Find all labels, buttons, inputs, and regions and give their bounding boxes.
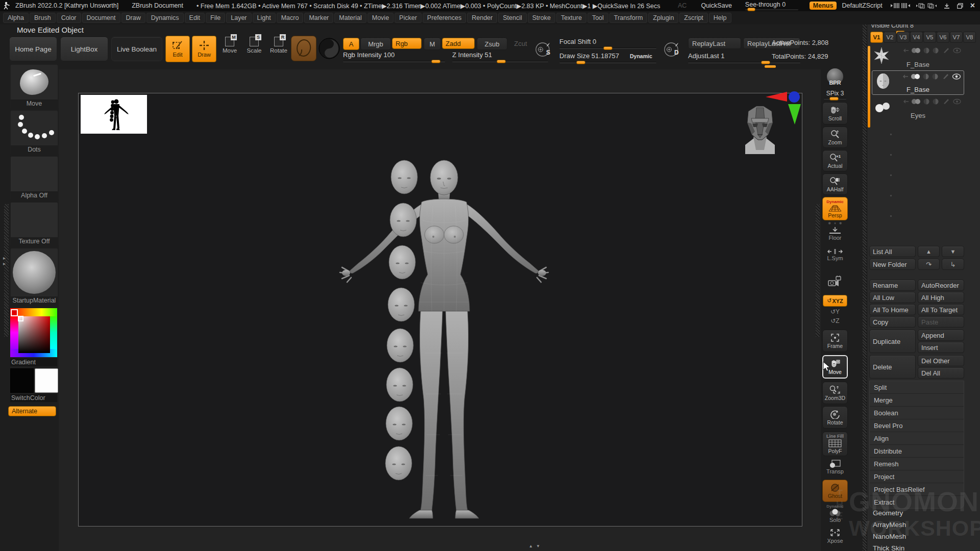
- variant-tab[interactable]: V4: [910, 32, 923, 43]
- floor-button[interactable]: Floor: [822, 227, 848, 241]
- operation-row[interactable]: Distribute: [870, 445, 964, 458]
- menu-item[interactable]: Zplugin: [648, 13, 678, 23]
- append-button[interactable]: Append: [918, 330, 964, 341]
- menus-button[interactable]: Menus: [810, 2, 837, 10]
- subpalette-header[interactable]: Thick Skin: [873, 543, 906, 551]
- subtool-row-fbase-star[interactable]: F_Base: [872, 45, 964, 69]
- model-sculpt[interactable]: [322, 149, 567, 527]
- all-high-button[interactable]: All High: [918, 292, 964, 303]
- menu-item[interactable]: Alpha: [3, 13, 29, 23]
- variant-tab[interactable]: V7: [950, 32, 963, 43]
- stroke-preview[interactable]: [318, 38, 340, 59]
- menu-item[interactable]: Stroke: [528, 13, 555, 23]
- operation-row[interactable]: Project: [870, 470, 964, 483]
- actual-button[interactable]: ×1 Actual: [822, 150, 848, 171]
- left-tray-divider[interactable]: [4, 204, 9, 337]
- menu-item[interactable]: Material: [334, 13, 366, 23]
- replay-last-button[interactable]: ReplayLast: [688, 38, 741, 49]
- rotate-gizmo-button[interactable]: R Rotate: [267, 37, 290, 54]
- lightbox-button[interactable]: LightBox: [60, 37, 108, 61]
- subtool-row-icons[interactable]: [903, 47, 962, 54]
- focal-shift-slider[interactable]: Focal Shift 0: [559, 38, 656, 49]
- menu-item[interactable]: Draw: [121, 13, 145, 23]
- rotate-y-button[interactable]: ↺Y: [822, 308, 848, 315]
- menu-item[interactable]: Tool: [587, 13, 608, 23]
- mrgb-button[interactable]: Mrgb: [360, 38, 391, 50]
- tray-divider-left-icon[interactable]: [891, 3, 910, 9]
- subpalette-header[interactable]: NanoMesh: [873, 532, 906, 541]
- hue-strip-right[interactable]: [49, 316, 57, 349]
- move-gizmo-button[interactable]: M Move: [218, 37, 241, 54]
- operation-row[interactable]: Extract: [870, 496, 964, 508]
- variant-tab[interactable]: V2: [884, 32, 896, 43]
- menu-item[interactable]: Edit: [185, 13, 205, 23]
- a-mode-button[interactable]: A: [343, 38, 359, 50]
- rgb-button[interactable]: Rgb: [392, 38, 422, 49]
- xpose-button[interactable]: Xpose: [822, 528, 848, 544]
- brush-preview[interactable]: [291, 36, 316, 61]
- move-out-folder-button[interactable]: ↷: [918, 259, 940, 270]
- all-low-button[interactable]: All Low: [869, 292, 916, 303]
- menu-item[interactable]: Zscript: [679, 13, 708, 23]
- operation-row[interactable]: Bevel Pro: [870, 419, 964, 432]
- scale-gizmo-button[interactable]: S Scale: [243, 37, 265, 54]
- menu-item[interactable]: Brush: [30, 13, 56, 23]
- variant-tab[interactable]: V5: [923, 32, 936, 43]
- variant-tab[interactable]: V3: [897, 32, 910, 43]
- insert-button[interactable]: Insert: [918, 342, 964, 353]
- main-color-swatch[interactable]: [10, 368, 34, 393]
- operation-row[interactable]: Boolean: [870, 407, 964, 419]
- menu-item[interactable]: Help: [709, 13, 731, 23]
- move-down-button[interactable]: ▼: [942, 246, 964, 257]
- rotate-canvas-button[interactable]: Rotate: [822, 406, 848, 429]
- rotate-xyz-button[interactable]: ↺XYZ: [823, 295, 847, 307]
- persp-button[interactable]: Dynamic Persp: [822, 197, 848, 220]
- see-through-slider[interactable]: See-through 0: [745, 1, 798, 10]
- subtool-scrollbar[interactable]: [868, 46, 870, 128]
- scroll-button[interactable]: Scroll: [822, 102, 848, 124]
- operation-row[interactable]: Remesh: [870, 458, 964, 470]
- zsub-button[interactable]: Zsub: [477, 38, 507, 50]
- zadd-button[interactable]: Zadd: [442, 38, 475, 49]
- subtool-row-fbase-selected[interactable]: F_Base: [872, 70, 964, 95]
- edit-button[interactable]: Edit: [165, 36, 190, 62]
- delete-button[interactable]: Delete: [869, 355, 916, 379]
- right-shelf-divider[interactable]: [816, 204, 820, 337]
- frame-button[interactable]: Frame: [822, 330, 848, 352]
- sv-square[interactable]: [18, 316, 50, 353]
- transp-button[interactable]: Transp: [822, 459, 848, 474]
- right-panel-divider[interactable]: [863, 11, 867, 551]
- all-to-target-button[interactable]: All To Target: [918, 304, 964, 315]
- rotate-z-button[interactable]: ↺Z: [822, 317, 848, 324]
- live-boolean-button[interactable]: Live Boolean: [111, 37, 162, 61]
- variant-tab[interactable]: V6: [937, 32, 949, 43]
- aahalf-button[interactable]: AAHalf: [822, 173, 848, 195]
- operation-row[interactable]: Merge: [870, 394, 964, 407]
- move-up-button[interactable]: ▲: [918, 246, 940, 257]
- switch-color-button[interactable]: SwitchColor: [10, 394, 57, 402]
- ghost-button[interactable]: Ghost: [822, 480, 848, 502]
- subpalette-header[interactable]: Geometry: [873, 508, 906, 518]
- alternate-button[interactable]: Alternate: [8, 406, 56, 416]
- menu-item[interactable]: Macro: [277, 13, 304, 23]
- minimize-button[interactable]: [944, 3, 950, 9]
- local-symmetry-button[interactable]: L.Sym: [822, 248, 848, 261]
- draw-button[interactable]: Draw: [192, 36, 216, 62]
- subtool-row-icons[interactable]: [903, 98, 962, 105]
- home-page-button[interactable]: Home Page: [9, 37, 57, 61]
- spix-slider[interactable]: SPix 3: [822, 90, 848, 99]
- menu-item[interactable]: Dynamics: [146, 13, 184, 23]
- auto-reorder-button[interactable]: AutoReorder: [918, 280, 964, 291]
- tray-stroke-dots[interactable]: Dots: [10, 110, 58, 154]
- left-tray-expand-arrows[interactable]: ▸▸: [3, 255, 6, 266]
- paste-button[interactable]: Paste: [918, 316, 964, 328]
- menu-item[interactable]: Color: [57, 13, 81, 23]
- menu-item[interactable]: Preferences: [423, 13, 466, 23]
- spix-handle[interactable]: [829, 97, 839, 101]
- copy-button[interactable]: Copy: [869, 316, 916, 328]
- focal-shift-handle[interactable]: [603, 46, 612, 50]
- variant-tab[interactable]: V8: [963, 32, 976, 43]
- menu-item[interactable]: Texture: [556, 13, 586, 23]
- quicksave-button[interactable]: QuickSave: [701, 2, 731, 9]
- document-thumbnail[interactable]: [81, 95, 147, 134]
